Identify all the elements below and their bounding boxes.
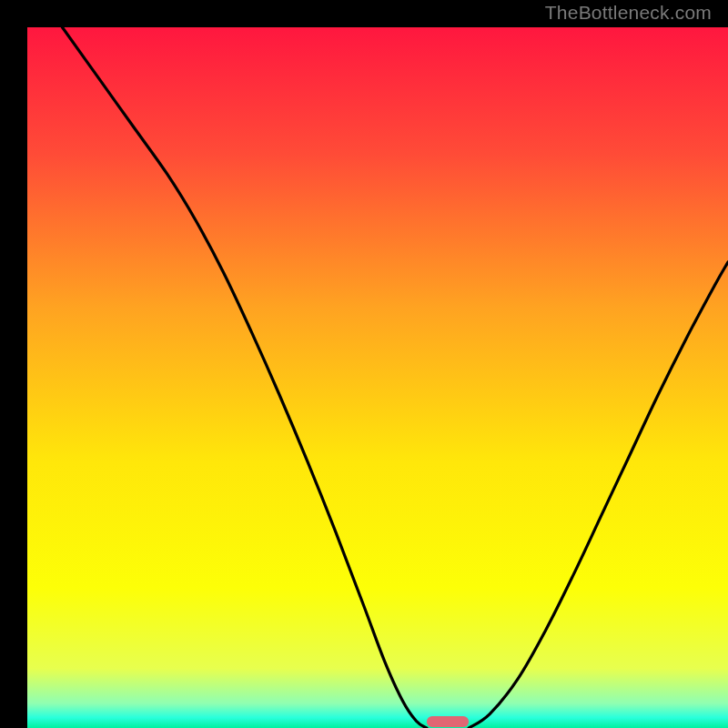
chart-canvas <box>27 27 728 728</box>
chart-frame <box>14 14 714 714</box>
gradient-background <box>27 27 728 728</box>
bottleneck-marker <box>427 716 469 727</box>
watermark-label: TheBottleneck.com <box>545 2 712 24</box>
bottleneck-marker-pill <box>427 716 469 727</box>
